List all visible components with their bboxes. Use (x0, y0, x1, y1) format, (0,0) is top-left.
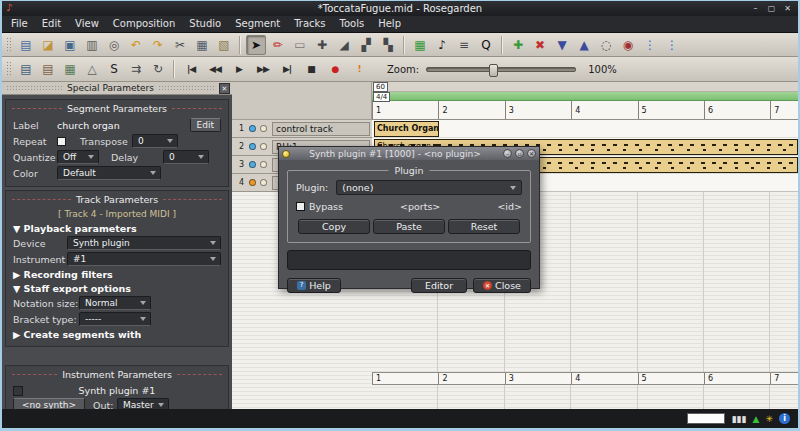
menu-item[interactable]: Edit (35, 16, 68, 32)
recording-filters-header[interactable]: ▶ Recording filters (6, 267, 228, 281)
toolbar-icon[interactable]: ◢ (334, 35, 354, 55)
instrument-options-button[interactable] (13, 386, 23, 396)
paste-button[interactable]: Paste (373, 219, 445, 234)
menu-item[interactable]: Segment (228, 16, 287, 32)
toolbar-icon[interactable]: ⇉ (126, 59, 146, 79)
playback-parameters-header[interactable]: ▼ Playback parameters (6, 221, 228, 235)
bottom-bar-ruler[interactable]: 1234567 (372, 372, 798, 385)
toolbar-icon[interactable]: ◪ (38, 35, 58, 55)
status-icon[interactable]: ▲ (753, 413, 760, 425)
dialog-window-button[interactable]: ▫ (515, 149, 524, 158)
zoom-slider-handle[interactable] (489, 64, 498, 77)
toolbar-icon[interactable]: ✂ (170, 35, 190, 55)
menu-item[interactable]: Help (371, 16, 408, 32)
window-button[interactable]: ✕ (781, 3, 794, 14)
transport-button[interactable]: |◀ (180, 60, 202, 78)
copy-button[interactable]: Copy (298, 219, 370, 234)
transpose-dropdown[interactable]: 0 (132, 134, 178, 148)
toolbar-icon[interactable]: ↷ (148, 35, 168, 55)
chord-ruler[interactable] (372, 92, 798, 101)
status-entry[interactable] (687, 413, 725, 424)
menu-item[interactable]: Tracks (287, 16, 332, 32)
toolbar-icon[interactable]: ◎ (104, 35, 124, 55)
transport-button[interactable]: ■ (300, 60, 322, 78)
track-record-led[interactable] (260, 125, 267, 132)
toolbar-icon[interactable]: ▞ (356, 35, 376, 55)
window-button[interactable]: ▢ (765, 3, 778, 14)
toolbar-icon[interactable]: Q (476, 35, 496, 55)
toolbar-icon[interactable]: ↶ (126, 35, 146, 55)
track-row[interactable]: 1 control track (232, 120, 372, 138)
close-button[interactable]: ✕ Close (473, 278, 531, 293)
menu-item[interactable]: View (68, 16, 106, 32)
toolbar-grip[interactable] (6, 61, 11, 77)
toolbar-icon[interactable]: ✏ (268, 35, 288, 55)
transport-button[interactable]: ● (324, 60, 346, 78)
toolbar-icon[interactable]: ≡ (454, 35, 474, 55)
menu-item[interactable]: File (4, 16, 35, 32)
transport-button[interactable]: ◀◀ (204, 60, 226, 78)
toolbar-icon[interactable]: △ (82, 59, 102, 79)
help-button[interactable]: ? Help (287, 278, 341, 293)
plugin-dropdown[interactable]: (none) (336, 180, 522, 195)
dialog-titlebar[interactable]: Synth plugin #1 [1000] - <no plugin> –▫✕ (279, 147, 539, 160)
toolbar-icon[interactable]: ▼ (552, 35, 572, 55)
window-button[interactable]: – (749, 3, 762, 14)
bar-ruler[interactable]: 1234567 (372, 101, 798, 120)
toolbar-icon[interactable]: S (104, 59, 124, 79)
transport-button[interactable]: ! (348, 60, 370, 78)
toolbar-icon[interactable]: ⋮ (640, 35, 660, 55)
toolbar-icon[interactable]: ▭ (290, 35, 310, 55)
delay-dropdown[interactable]: 0 (163, 150, 209, 164)
toolbar-icon[interactable]: ▥ (82, 35, 102, 55)
toolbar-icon[interactable]: ↻ (148, 59, 168, 79)
notation-size-dropdown[interactable]: Normal (79, 296, 151, 310)
status-icon[interactable]: ✳ (765, 413, 773, 425)
dialog-window-button[interactable]: ✕ (527, 149, 536, 158)
transport-button[interactable]: ▶ (228, 60, 250, 78)
track-record-led[interactable] (260, 143, 267, 150)
toolbar-grip[interactable] (6, 37, 11, 53)
editor-button[interactable]: Editor (411, 278, 467, 293)
dock-titlebar[interactable]: Special Parameters ✕ (2, 82, 232, 95)
menu-item[interactable]: Studio (182, 16, 228, 32)
repeat-checkbox[interactable] (57, 137, 66, 146)
track-name[interactable]: control track (272, 122, 370, 136)
transport-button[interactable]: ▶| (276, 60, 298, 78)
quantize-dropdown[interactable]: Off (57, 150, 99, 164)
toolbar-icon[interactable]: ▦ (410, 35, 430, 55)
instrument-dropdown[interactable]: #1 (67, 252, 221, 266)
segment-church-organ[interactable]: Church Organ (374, 121, 439, 137)
staff-export-header[interactable]: ▼ Staff export options (6, 281, 228, 295)
toolbar-icon[interactable]: ▤ (16, 59, 36, 79)
color-dropdown[interactable]: Default (57, 166, 161, 180)
out-dropdown[interactable]: Master (117, 398, 169, 409)
create-segments-header[interactable]: ▶ Create segments with (6, 327, 228, 341)
toolbar-icon[interactable]: ◌ (596, 35, 616, 55)
toolbar-icon[interactable]: ▚ (378, 35, 398, 55)
track-record-led[interactable] (260, 179, 267, 186)
toolbar-icon[interactable]: ✖ (530, 35, 550, 55)
toolbar-icon[interactable]: ✚ (312, 35, 332, 55)
toolbar-icon[interactable]: ▤ (38, 59, 58, 79)
toolbar-icon[interactable]: ➤ (246, 35, 266, 55)
zoom-slider[interactable] (426, 67, 576, 72)
dock-close-icon[interactable]: ✕ (219, 83, 230, 94)
toolbar-icon[interactable]: ♪ (432, 35, 452, 55)
no-synth-button[interactable]: <no synth> (13, 398, 85, 409)
bypass-checkbox[interactable] (296, 202, 305, 211)
track-mute-led[interactable] (249, 161, 256, 168)
status-icon[interactable]: i (779, 413, 790, 424)
menu-item[interactable]: Composition (106, 16, 182, 32)
toolbar-icon[interactable]: ✚ (508, 35, 528, 55)
track-mute-led[interactable] (249, 125, 256, 132)
track-mute-led[interactable] (249, 179, 256, 186)
toolbar-icon[interactable]: ▲ (574, 35, 594, 55)
track-record-led[interactable] (260, 161, 267, 168)
transport-button[interactable]: ▶▶ (252, 60, 274, 78)
menu-item[interactable]: Tools (333, 16, 372, 32)
toolbar-icon[interactable]: ▣ (60, 35, 80, 55)
toolbar-icon[interactable]: ⋮ (662, 35, 682, 55)
toolbar-icon[interactable]: ▧ (214, 35, 234, 55)
reset-button[interactable]: Reset (448, 219, 520, 234)
